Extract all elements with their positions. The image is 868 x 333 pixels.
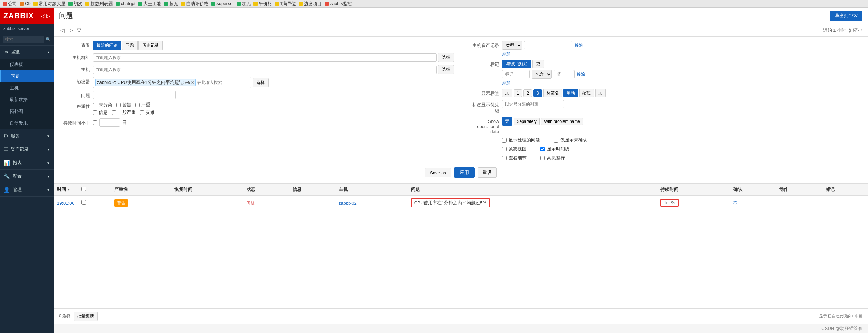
severity-disaster[interactable]: 灾难 xyxy=(140,109,155,116)
nav-section-services-header[interactable]: ⚙ 服务 ▼ xyxy=(0,129,54,143)
bookmark-superset[interactable]: superset xyxy=(211,1,234,6)
severity-warning-checkbox[interactable] xyxy=(116,103,121,107)
nav-section-config-header[interactable]: 🔧 配置 ▼ xyxy=(0,170,54,183)
bookmark-biafaxiangmu[interactable]: 边发项目 xyxy=(299,1,322,7)
save-as-button[interactable]: Save as xyxy=(425,168,451,177)
row-checkbox[interactable] xyxy=(81,200,86,205)
only-unack-label[interactable]: 仅显示未确认 xyxy=(554,137,587,143)
th-time[interactable]: 时间 ▼ xyxy=(54,184,78,196)
oper-none-button[interactable]: 无 xyxy=(502,117,512,126)
display-tag-fill-button[interactable]: 填满 xyxy=(563,89,578,97)
bookmark-pingjia[interactable]: 平价格 xyxy=(253,1,272,7)
severity-disaster-checkbox[interactable] xyxy=(140,110,144,115)
trigger-tag-close-icon[interactable]: ✕ xyxy=(191,80,194,85)
host-search-input[interactable] xyxy=(93,66,437,74)
display-tag-none-button[interactable]: 无 xyxy=(502,89,512,97)
show-suppressed-label[interactable]: 显示处理的问题 xyxy=(502,137,540,143)
bookmark-manzao[interactable]: 1满早位 xyxy=(275,1,296,7)
severity-severe-checkbox[interactable] xyxy=(135,103,140,107)
display-tag-2-button[interactable]: 2 xyxy=(523,89,532,97)
host-link[interactable]: zabbix02 xyxy=(339,200,357,206)
tab-recent-problems[interactable]: 最近的问题 xyxy=(93,41,121,50)
nav-section-monitor-header[interactable]: 👁 监测 ▲ xyxy=(0,46,54,59)
severity-general[interactable]: 一般严重 xyxy=(112,109,136,116)
severity-info-checkbox[interactable] xyxy=(93,110,97,115)
select-all-checkbox[interactable] xyxy=(81,187,86,191)
trigger-search-input[interactable] xyxy=(197,79,249,86)
hostgroup-select-button[interactable]: 选择 xyxy=(438,53,454,62)
highlight-whole-row-checkbox[interactable] xyxy=(540,156,545,160)
tab-problems[interactable]: 问题 xyxy=(122,41,138,50)
sidebar-settings-icon[interactable]: ▷ xyxy=(46,13,50,19)
bookmark-changyong[interactable]: 常用对象大量 xyxy=(33,1,66,7)
filter-forward-button[interactable]: ▷ xyxy=(67,26,74,34)
export-csv-button[interactable]: 导出到CSV xyxy=(830,11,862,21)
sidebar-item-latest-data[interactable]: 最新数据 xyxy=(0,94,54,106)
compact-view-checkbox[interactable] xyxy=(502,147,507,151)
problem-search-input[interactable] xyxy=(93,91,176,99)
display-tag-tagname-button[interactable]: 标签名 xyxy=(543,89,562,97)
ack-status[interactable]: 不 xyxy=(733,200,737,205)
asset-remove-link[interactable]: 移除 xyxy=(575,42,583,48)
sidebar-collapse-icon[interactable]: ◁ xyxy=(41,13,45,19)
hostgroup-search-input[interactable] xyxy=(93,53,437,62)
sidebar-item-auto-discover[interactable]: 自动发现 xyxy=(0,117,54,129)
severity-unclassified[interactable]: 未分类 xyxy=(93,102,112,108)
bookmark-chaowu2[interactable]: 超无 xyxy=(237,1,251,7)
tag-value-input[interactable] xyxy=(554,70,575,78)
sidebar-search-input[interactable] xyxy=(3,36,44,43)
filter-funnel-icon[interactable]: ▽ xyxy=(77,27,81,33)
tag-condition-select[interactable]: 包含 xyxy=(532,70,552,79)
oper-with-problem-name-button[interactable]: With problem name xyxy=(541,118,583,125)
show-timeline-checkbox[interactable] xyxy=(540,147,545,151)
severity-unclassified-checkbox[interactable] xyxy=(93,103,97,107)
duration-value-input[interactable]: 14 xyxy=(99,118,120,127)
nav-section-assets-header[interactable]: ☰ 资产记录 ▼ xyxy=(0,143,54,156)
tag-remove-link[interactable]: 移除 xyxy=(577,71,585,77)
tag-add-link[interactable]: 添加 xyxy=(502,80,510,85)
sidebar-item-problems[interactable]: 问题 xyxy=(0,70,54,82)
tab-history[interactable]: 历史记录 xyxy=(138,41,163,50)
asset-value-input[interactable] xyxy=(524,41,572,49)
show-details-checkbox[interactable] xyxy=(502,156,507,160)
severity-info[interactable]: 信息 xyxy=(93,109,108,116)
nav-section-admin-header[interactable]: 👤 管理 ▼ xyxy=(0,183,54,196)
tag-logic-or-button[interactable]: 或 xyxy=(532,60,544,68)
show-suppressed-checkbox[interactable] xyxy=(502,138,507,143)
show-timeline-label[interactable]: 显示时间线 xyxy=(540,146,569,152)
severity-general-checkbox[interactable] xyxy=(112,110,116,115)
bookmark-c9[interactable]: C9 xyxy=(20,1,31,6)
apply-button[interactable]: 应用 xyxy=(454,167,475,178)
oper-separately-button[interactable]: Separately xyxy=(514,118,540,125)
nav-section-reports-header[interactable]: 📊 报表 ▼ xyxy=(0,156,54,169)
only-unack-checkbox[interactable] xyxy=(554,138,558,143)
trigger-select-button[interactable]: 选择 xyxy=(253,78,269,87)
time-link[interactable]: 19:01:06 xyxy=(57,200,75,206)
severity-severe[interactable]: 严重 xyxy=(135,102,150,108)
show-details-label[interactable]: 查看细节 xyxy=(502,155,527,161)
sidebar-item-hosts[interactable]: 主机 xyxy=(0,82,54,94)
tag-name-input[interactable] xyxy=(502,70,530,78)
asset-type-select[interactable]: 类型 xyxy=(502,41,522,50)
reset-button[interactable]: 重设 xyxy=(478,167,497,178)
display-tag-1-button[interactable]: 1 xyxy=(514,89,522,97)
tag-logic-and-button[interactable]: 与/成 (默认) xyxy=(502,60,531,68)
bookmark-dawang[interactable]: 大王工能 xyxy=(138,1,161,7)
bookmark-zabbix[interactable]: zabbix监控 xyxy=(325,1,352,7)
bookmark-chaoshuliet[interactable]: 超数列表题 xyxy=(85,1,113,7)
severity-warning[interactable]: 警告 xyxy=(116,102,131,108)
display-tag-3-button[interactable]: 3 xyxy=(533,89,542,97)
time-zoom-in-button[interactable]: ⟫ xyxy=(849,27,851,33)
filter-back-button[interactable]: ◁ xyxy=(59,26,66,34)
batch-update-button[interactable]: 批量更新 xyxy=(74,312,98,321)
compact-view-label[interactable]: 紧凑视图 xyxy=(502,146,527,152)
duration-enable-checkbox[interactable] xyxy=(93,120,97,125)
sidebar-item-dashboard[interactable]: 仪表板 xyxy=(0,59,54,70)
asset-add-link[interactable]: 添加 xyxy=(502,51,510,56)
bookmark-gongsi[interactable]: 公司 xyxy=(3,1,17,7)
bookmark-chatgpt[interactable]: chatgpt xyxy=(116,1,136,6)
sidebar-item-topology[interactable]: 拓扑图 xyxy=(0,106,54,117)
host-select-button[interactable]: 选择 xyxy=(438,65,454,74)
tag-priority-input[interactable] xyxy=(502,100,564,108)
bookmark-zizhu[interactable]: 自助评价格 xyxy=(181,1,209,7)
